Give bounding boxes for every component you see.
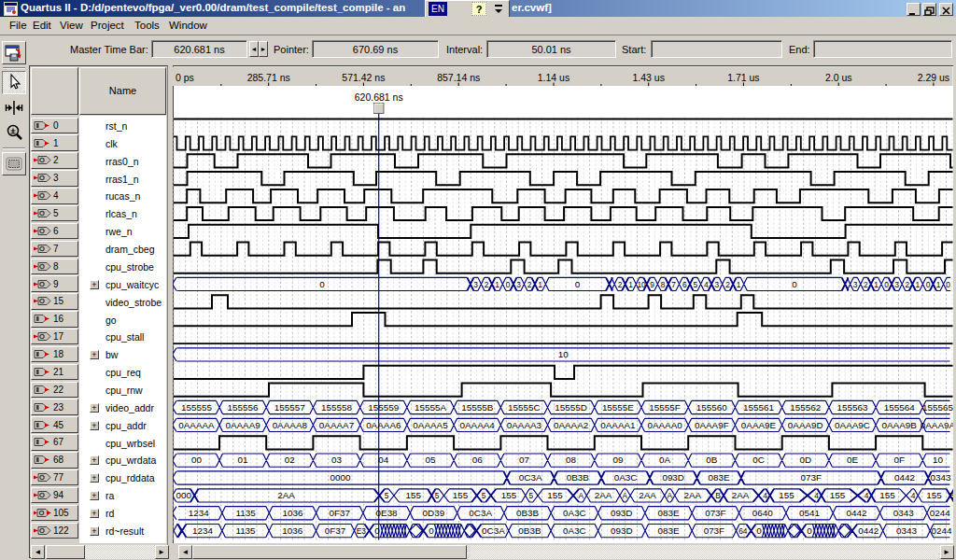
svg-text:2AA: 2AA [277,490,295,500]
svg-text:2: 2 [725,280,730,289]
svg-text:285.71 ns: 285.71 ns [247,72,290,83]
svg-text:0C3A: 0C3A [482,525,505,536]
svg-text:571.42 ns: 571.42 ns [342,72,385,83]
svg-text:0AAAA4: 0AAAA4 [460,420,496,430]
svg-text:7: 7 [671,280,676,289]
svg-text:0C3A: 0C3A [519,472,542,483]
svg-text:4: 4 [911,491,916,500]
svg-text:A: A [623,491,628,500]
svg-text:0: 0 [575,279,581,289]
svg-text:0AAAAA: 0AAAAA [178,420,215,430]
svg-text:073F: 073F [705,508,726,518]
svg-text:0F37: 0F37 [330,508,351,518]
svg-text:0B: 0B [706,455,717,465]
svg-text:5: 5 [482,491,486,500]
svg-text:5: 5 [385,491,389,500]
svg-text:0AAA9E: 0AAA9E [741,420,777,430]
svg-text:0: 0 [926,280,931,289]
svg-text:155556: 155556 [228,402,259,413]
svg-text:0AAAA2: 0AAAA2 [554,420,588,430]
svg-text:0E38: 0E38 [376,508,399,518]
svg-text:5: 5 [435,491,440,500]
svg-text:0E: 0E [847,455,858,465]
svg-text:0AAA9D: 0AAA9D [788,420,823,430]
svg-text:1: 1 [936,280,941,289]
svg-text:073F: 073F [801,472,822,483]
svg-text:0C3A: 0C3A [469,508,492,518]
svg-text:155: 155 [926,490,942,500]
svg-text:04: 04 [378,455,388,465]
svg-text:1: 1 [737,280,741,289]
svg-text:0AAAA7: 0AAAA7 [319,420,354,430]
svg-text:10: 10 [637,280,646,289]
svg-text:5: 5 [529,491,534,500]
svg-text:1: 1 [495,280,499,289]
svg-text:2: 2 [864,280,868,289]
svg-text:155561: 155561 [743,402,774,413]
svg-text:E3: E3 [357,526,367,536]
svg-text:0: 0 [429,525,434,536]
svg-text:000: 000 [176,490,192,500]
svg-text:10: 10 [558,349,569,359]
svg-text:0AAAA0: 0AAAA0 [647,420,682,430]
svg-text:00: 00 [191,455,202,465]
svg-text:0AAAA8: 0AAAA8 [273,420,308,430]
svg-text:0AAAA5: 0AAAA5 [413,420,448,430]
svg-text:1234: 1234 [192,525,213,536]
svg-text:1036: 1036 [282,508,302,518]
svg-text:0640: 0640 [752,508,773,518]
svg-text:0541: 0541 [799,508,820,518]
svg-text:03: 03 [331,455,342,465]
svg-text:6: 6 [682,280,687,289]
svg-text:2: 2 [527,280,532,289]
svg-text:0442: 0442 [846,508,866,518]
svg-text:0AAA9A: 0AAA9A [921,420,953,430]
svg-text:1234: 1234 [189,508,209,518]
svg-text:0343: 0343 [896,525,917,536]
svg-text:1: 1 [538,280,542,289]
svg-text:0B3B: 0B3B [516,508,540,518]
svg-text:4: 4 [704,280,709,289]
svg-text:2: 2 [905,280,909,289]
svg-text:0: 0 [884,280,889,289]
svg-text:15555C: 15555C [508,402,541,413]
svg-text:2AA: 2AA [683,490,701,500]
svg-text:A: A [667,491,672,500]
svg-text:9: 9 [650,280,654,289]
svg-text:0B3B: 0B3B [567,472,590,483]
svg-text:155: 155 [501,490,517,500]
svg-text:073F: 073F [704,525,725,536]
svg-text:A: A [578,491,583,500]
svg-text:1.43 us: 1.43 us [632,72,664,83]
svg-text:0: 0 [807,525,812,536]
svg-text:155: 155 [879,490,895,500]
svg-text:10: 10 [933,455,943,465]
svg-text:620.681 ns: 620.681 ns [355,91,403,103]
svg-text:07: 07 [519,455,529,465]
svg-text:155: 155 [830,490,846,500]
svg-text:155: 155 [547,490,563,500]
svg-text:155: 155 [453,490,469,500]
svg-text:0AAAA6: 0AAAA6 [366,420,401,430]
svg-text:0A3C: 0A3C [563,508,586,518]
svg-text:0: 0 [792,279,797,289]
svg-text:0: 0 [756,525,762,536]
svg-text:083E: 083E [658,525,680,536]
svg-text:1.14 us: 1.14 us [538,72,569,83]
svg-text:0343: 0343 [893,508,914,518]
svg-text:0F37: 0F37 [325,525,346,536]
svg-text:155565: 155565 [922,402,953,413]
svg-text:0: 0 [319,279,325,289]
svg-text:155: 155 [779,490,794,500]
svg-text:0D39: 0D39 [423,508,445,518]
svg-text:1: 1 [874,280,879,289]
svg-text:08: 08 [566,455,576,465]
svg-text:155564: 155564 [884,402,915,413]
svg-text:B: B [949,491,953,500]
svg-text:B: B [715,491,721,500]
svg-text:0343: 0343 [930,472,950,483]
svg-text:3: 3 [894,280,899,289]
svg-text:0: 0 [946,280,950,289]
svg-text:4: 4 [865,491,869,500]
svg-text:15555A: 15555A [415,402,446,413]
